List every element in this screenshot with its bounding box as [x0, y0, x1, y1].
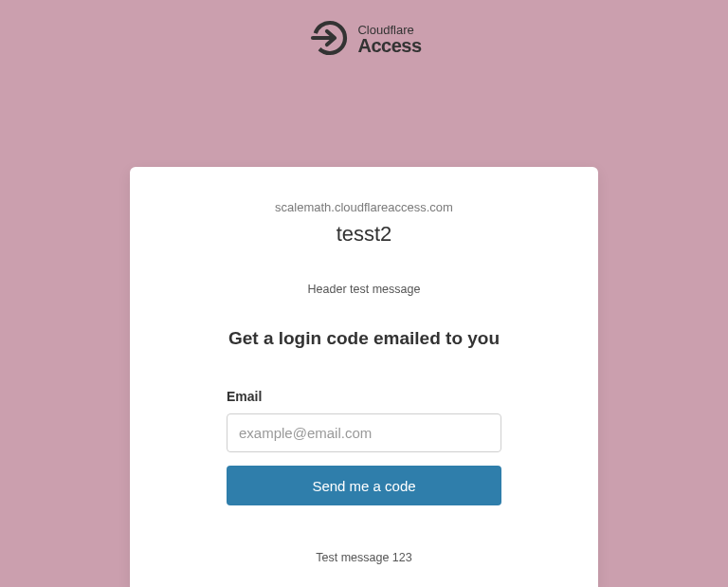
send-code-button[interactable]: Send me a code	[227, 466, 501, 505]
access-domain: scalemath.cloudflareaccess.com	[173, 200, 555, 214]
header-logo-area: Cloudflare Access	[0, 0, 728, 72]
email-form: Email Send me a code	[227, 389, 501, 505]
email-label: Email	[227, 389, 501, 404]
footer-message: Test message 123	[173, 551, 555, 564]
app-title: tesst2	[173, 222, 555, 247]
login-headline: Get a login code emailed to you	[173, 328, 555, 349]
header-message: Header test message	[173, 283, 555, 296]
login-card: scalemath.cloudflareaccess.com tesst2 He…	[130, 167, 598, 587]
logo-text-top: Cloudflare	[357, 24, 421, 37]
logo-text: Cloudflare Access	[357, 24, 421, 57]
cloudflare-access-logo: Cloudflare Access	[306, 17, 421, 63]
access-arrow-icon	[306, 17, 348, 63]
email-field[interactable]	[227, 413, 501, 452]
logo-text-bottom: Access	[357, 36, 421, 56]
